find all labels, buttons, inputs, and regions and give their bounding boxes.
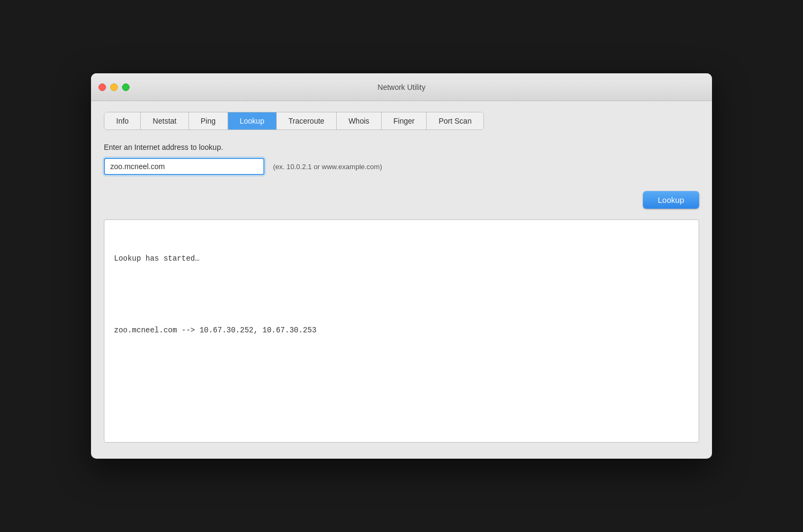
output-line-2	[114, 288, 689, 300]
titlebar: Network Utility	[91, 73, 712, 101]
minimize-button[interactable]	[110, 83, 118, 91]
address-row: (ex. 10.0.2.1 or www.example.com)	[104, 158, 699, 175]
tab-lookup[interactable]: Lookup	[228, 112, 277, 130]
main-content: Info Netstat Ping Lookup Traceroute Whoi…	[91, 101, 712, 459]
tab-whois[interactable]: Whois	[337, 112, 382, 130]
tab-info[interactable]: Info	[104, 112, 141, 130]
tab-finger[interactable]: Finger	[382, 112, 427, 130]
close-button[interactable]	[99, 83, 106, 91]
output-area: Lookup has started… zoo.mcneel.com --> 1…	[104, 219, 699, 443]
output-line-1: Lookup has started…	[114, 253, 689, 264]
maximize-button[interactable]	[122, 83, 130, 91]
lookup-button-row: Lookup	[104, 191, 699, 209]
traffic-lights	[99, 83, 130, 91]
address-hint: (ex. 10.0.2.1 or www.example.com)	[273, 163, 382, 171]
address-input[interactable]	[104, 158, 264, 175]
tab-netstat[interactable]: Netstat	[141, 112, 188, 130]
tab-bar: Info Netstat Ping Lookup Traceroute Whoi…	[104, 112, 484, 130]
lookup-button[interactable]: Lookup	[643, 191, 699, 209]
network-utility-window: Network Utility Info Netstat Ping Lookup…	[91, 73, 712, 459]
output-line-3: zoo.mcneel.com --> 10.67.30.252, 10.67.3…	[114, 324, 689, 336]
section-label: Enter an Internet address to lookup.	[104, 143, 699, 151]
window-title: Network Utility	[377, 83, 425, 92]
tab-portscan[interactable]: Port Scan	[427, 112, 483, 130]
tab-ping[interactable]: Ping	[189, 112, 228, 130]
tab-traceroute[interactable]: Traceroute	[277, 112, 337, 130]
